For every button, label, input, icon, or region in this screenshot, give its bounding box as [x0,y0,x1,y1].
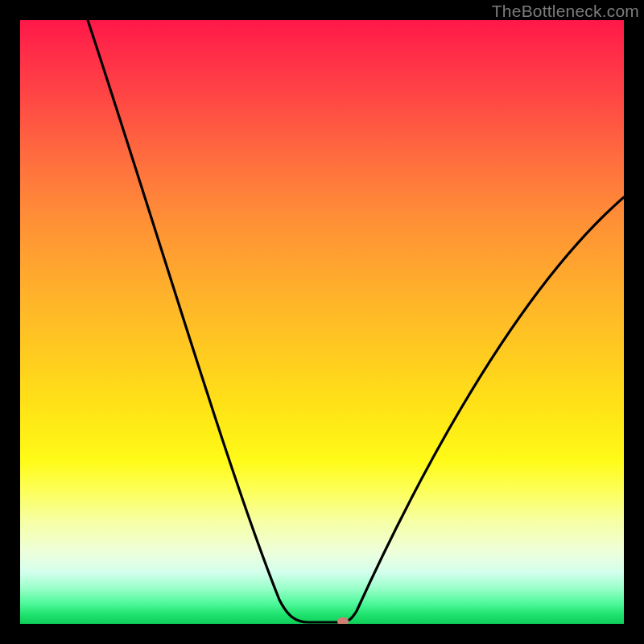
chart-frame: TheBottleneck.com [0,0,644,644]
watermark-text: TheBottleneck.com [492,2,639,21]
optimal-point-marker [337,617,349,624]
plot-area [20,20,624,624]
bottleneck-curve [20,20,624,624]
curve-path [88,20,624,622]
